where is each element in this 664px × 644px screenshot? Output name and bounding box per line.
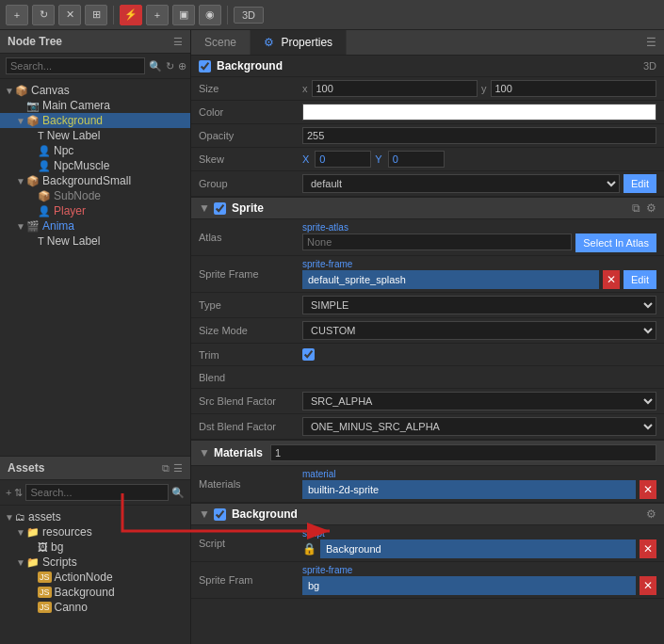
- prop-value-sprite-frame: sprite-frame default_sprite_splash ✕ Edi…: [302, 259, 656, 289]
- atlas-value-input[interactable]: [302, 233, 572, 250]
- assets-sort-icon[interactable]: ⇅: [14, 487, 23, 499]
- node-tree-search-input[interactable]: [6, 57, 145, 74]
- toolbar-refresh-btn[interactable]: ↻: [32, 5, 55, 25]
- toolbar-plus2-btn[interactable]: +: [146, 5, 169, 25]
- size-x-input[interactable]: [312, 80, 478, 97]
- select-in-atlas-btn[interactable]: Select In Atlas: [575, 233, 656, 252]
- sprite-frame-edit-btn[interactable]: Edit: [624, 270, 656, 289]
- tree-item-new-label-2[interactable]: T New Label: [0, 233, 190, 249]
- assets-item-scripts[interactable]: ▼ 📁 Scripts: [0, 555, 190, 570]
- toolbar-add-btn[interactable]: +: [6, 5, 28, 25]
- assets-search-input[interactable]: [25, 484, 169, 501]
- tree-item-background[interactable]: ▼ 📦 Background: [0, 113, 190, 128]
- toolbar-close-btn[interactable]: ✕: [58, 5, 81, 25]
- dst-blend-select[interactable]: ONE_MINUS_SRC_ALPHA: [302, 417, 656, 436]
- materials-collapse-arrow[interactable]: ▼: [199, 446, 210, 459]
- background-script-section-header: ▼ Background ⚙: [191, 503, 664, 525]
- assets-copy-icon[interactable]: ⧉: [162, 462, 170, 475]
- sprite-collapse-arrow[interactable]: ▼: [199, 201, 210, 215]
- type-select[interactable]: SIMPLE: [302, 296, 656, 314]
- background-component-title: Background: [217, 59, 283, 72]
- assets-item-assets[interactable]: ▼ 🗂 assets: [0, 509, 190, 524]
- assets-label-bg: bg: [51, 540, 63, 554]
- tree-item-background-small[interactable]: ▼ 📦 BackgroundSmall: [0, 173, 190, 188]
- materials-ref-label: material: [302, 469, 336, 479]
- tree-item-npc[interactable]: 👤 Npc: [0, 143, 190, 158]
- assets-item-action-node[interactable]: JS ActionNode: [0, 570, 190, 585]
- background-component-checkbox[interactable]: [199, 60, 211, 72]
- prop-value-sprite-fram: sprite-frame bg ✕: [302, 565, 656, 595]
- tree-item-new-label[interactable]: T New Label: [0, 128, 190, 143]
- assets-item-background-js[interactable]: JS Background: [0, 585, 190, 600]
- assets-menu-icon[interactable]: ☰: [173, 462, 183, 475]
- assets-item-canno[interactable]: JS Canno: [0, 600, 190, 615]
- script-clear-btn[interactable]: ✕: [640, 539, 656, 558]
- node-tree-search-icon[interactable]: 🔍: [149, 60, 162, 72]
- sprite-section-header: ▼ Sprite ⧉ ⚙: [191, 197, 664, 219]
- opacity-input[interactable]: [302, 127, 656, 144]
- sprite-frame-clear-btn[interactable]: ✕: [603, 270, 620, 289]
- tree-item-subnode[interactable]: 📦 SubNode: [0, 188, 190, 203]
- skew-y-label: Y: [375, 153, 381, 165]
- node-tree-add-icon[interactable]: ⊕: [178, 60, 186, 72]
- prop-label-sprite-frame: Sprite Frame: [199, 268, 302, 280]
- prop-row-size-mode: Size Mode CUSTOM: [191, 318, 664, 344]
- tree-item-canvas[interactable]: ▼ 📦 Canvas: [0, 83, 190, 98]
- tree-item-player[interactable]: 👤 Player: [0, 203, 190, 218]
- node-tree-menu-icon[interactable]: ☰: [173, 36, 183, 48]
- node-tree-refresh-icon[interactable]: ↻: [166, 60, 174, 72]
- assets-item-resources[interactable]: ▼ 📁 resources: [0, 524, 190, 539]
- tree-item-anima[interactable]: ▼ 🎬 Anima: [0, 218, 190, 233]
- size-y-input[interactable]: [491, 80, 657, 97]
- sprite-checkbox[interactable]: [214, 202, 226, 215]
- bg-script-collapse-arrow[interactable]: ▼: [199, 507, 210, 521]
- skew-x-input[interactable]: [315, 151, 371, 168]
- prop-row-size: Size x y: [191, 77, 664, 101]
- assets-label-assets: assets: [28, 510, 61, 523]
- assets-add-icon[interactable]: +: [6, 487, 11, 498]
- materials-count-input[interactable]: [270, 444, 656, 461]
- toolbar-3d-btn[interactable]: 3D: [234, 7, 264, 24]
- bg-script-gear-icon[interactable]: ⚙: [646, 507, 656, 521]
- assets-icon-canno: JS: [38, 602, 52, 613]
- toolbar-circle-btn[interactable]: ◉: [199, 5, 221, 25]
- tab-properties[interactable]: ⚙ Properties: [251, 30, 347, 55]
- prop-row-group: Group default Edit: [191, 171, 664, 197]
- toolbar-flash-btn[interactable]: ⚡: [120, 5, 142, 25]
- script-value[interactable]: Background: [320, 539, 636, 558]
- sprite-frame-input-row: default_sprite_splash ✕ Edit: [302, 270, 656, 289]
- sprite-copy-icon[interactable]: ⧉: [632, 201, 640, 215]
- trim-checkbox[interactable]: [302, 348, 315, 361]
- sprite-gear-icon[interactable]: ⚙: [646, 201, 656, 215]
- tab-menu-icon[interactable]: ☰: [646, 36, 664, 49]
- assets-item-bg[interactable]: 🖼 bg: [0, 539, 190, 555]
- sprite-fram-clear-btn[interactable]: ✕: [640, 576, 656, 595]
- tab-scene[interactable]: Scene: [191, 30, 251, 55]
- toolbar-sep1: [113, 6, 114, 24]
- sprite-frame-value[interactable]: default_sprite_splash: [302, 270, 599, 289]
- skew-y-input[interactable]: [388, 151, 445, 168]
- tree-item-npc-muscle[interactable]: 👤 NpcMuscle: [0, 158, 190, 173]
- assets-search-icon[interactable]: 🔍: [171, 487, 185, 499]
- materials-value[interactable]: builtin-2d-sprite: [302, 480, 636, 499]
- script-lock-icon: 🔒: [302, 542, 316, 555]
- tree-label-npc: Npc: [54, 144, 73, 157]
- toolbar-rect-btn[interactable]: ▣: [172, 5, 195, 25]
- prop-value-trim: [302, 348, 656, 361]
- sprite-fram-value[interactable]: bg: [302, 576, 636, 595]
- bg-script-checkbox[interactable]: [214, 508, 226, 521]
- tree-item-main-camera[interactable]: 📷 Main Camera: [0, 98, 190, 113]
- prop-row-sprite-frame: Sprite Frame sprite-frame default_sprite…: [191, 256, 664, 293]
- bg-script-section-icons: ⚙: [646, 507, 656, 521]
- color-picker[interactable]: [302, 104, 656, 121]
- prop-value-src-blend: SRC_ALPHA: [302, 392, 656, 411]
- node-tree-panel: Node Tree ☰ 🔍 ↻ ⊕ ▼ 📦 Canvas: [0, 30, 190, 456]
- src-blend-select[interactable]: SRC_ALPHA: [302, 392, 656, 411]
- size-mode-select[interactable]: CUSTOM: [302, 321, 656, 340]
- materials-clear-btn[interactable]: ✕: [640, 480, 656, 499]
- toolbar-grid-btn[interactable]: ⊞: [85, 5, 107, 25]
- prop-label-size: Size: [199, 83, 302, 94]
- script-ref-label: script: [302, 528, 325, 539]
- group-edit-btn[interactable]: Edit: [624, 174, 656, 193]
- group-select[interactable]: default: [302, 174, 620, 193]
